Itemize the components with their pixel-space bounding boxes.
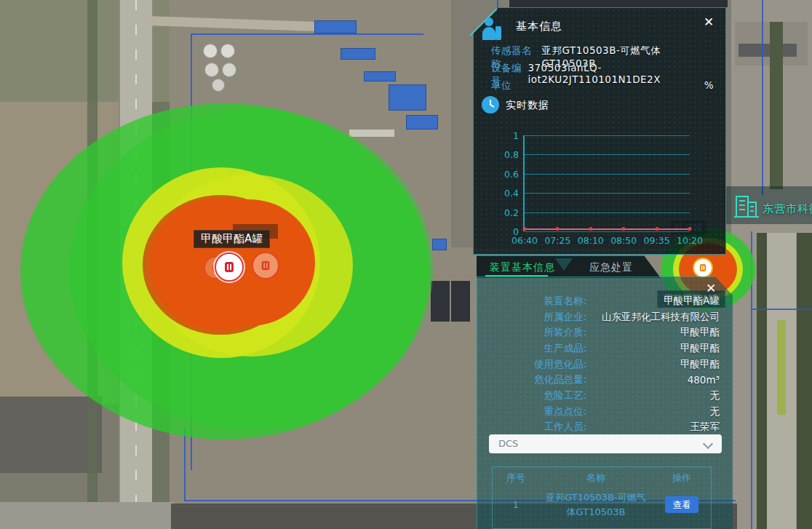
field-value: 无	[586, 389, 720, 402]
field-label: 单位	[491, 79, 512, 92]
x-tick-label: 06:40	[512, 235, 538, 246]
field-label: 所属企业:	[477, 311, 586, 324]
building	[739, 44, 797, 57]
data-point	[622, 227, 626, 231]
boundary-line	[184, 428, 186, 501]
column-header: 名称	[539, 467, 653, 488]
chart-plot-area: 1 0.8 0.6 0.4 0.2 0 06:40 07:25 08:10 08…	[523, 135, 690, 231]
gridline	[525, 231, 690, 232]
x-tick-label: 07:25	[544, 235, 570, 246]
tank-icon	[259, 259, 272, 272]
field-row: 所装介质:甲酸甲酯	[477, 325, 733, 341]
chevron-down-icon	[703, 439, 713, 449]
table-header-row: 序号 名称 操作	[493, 467, 711, 488]
field-value: 山东亚邦化工科技有限公司	[586, 311, 720, 324]
storage-tank	[204, 63, 219, 77]
field-label: 危险工艺:	[477, 389, 586, 402]
x-tick-label: 10:20	[677, 235, 703, 246]
tank-marker-icon[interactable]	[693, 258, 713, 278]
field-label: 危化品总量:	[477, 373, 586, 386]
field-value: 无	[586, 405, 720, 418]
storage-tank	[220, 44, 235, 58]
tank-icon	[698, 263, 708, 273]
tab-separator	[555, 258, 573, 271]
table-row: 1 亚邦GT10503B-可燃气体GT10503B 查看	[493, 488, 711, 528]
tree-row	[797, 233, 812, 529]
field-value: 王荣军	[586, 421, 720, 434]
field-label: 重点点位:	[477, 405, 586, 418]
building	[406, 115, 438, 130]
basic-info-panel: 基本信息 ✕ 传感器名称 亚邦GT10503B-可燃气体GT10503B 设备编…	[473, 7, 726, 255]
tank-marker-icon[interactable]	[215, 252, 244, 282]
y-tick-label: 0.2	[490, 207, 519, 218]
building	[389, 84, 426, 111]
field-label: 生产成品:	[477, 342, 586, 355]
gridline	[525, 135, 690, 136]
tree-row	[770, 22, 783, 189]
enterprise-label[interactable]: 东营市科德化	[763, 202, 812, 216]
warehouse	[451, 281, 470, 322]
tank-marker-ghost-icon	[252, 252, 279, 279]
data-point	[523, 227, 527, 231]
cell-action: 查看	[653, 490, 711, 520]
hazard-ring-severe	[184, 199, 315, 326]
cell-no: 1	[493, 490, 539, 520]
gridline	[525, 154, 690, 155]
view-button[interactable]: 查看	[665, 496, 698, 513]
field-row: 所属企业:山东亚邦化工科技有限公司	[477, 309, 733, 325]
tank-icon	[222, 260, 236, 274]
x-tick-label: 08:50	[610, 235, 637, 246]
tab-emergency-response[interactable]: 应急处置	[589, 261, 633, 274]
data-point	[556, 227, 560, 231]
gridline	[525, 212, 690, 213]
storage-tank	[222, 63, 236, 77]
panel-title: 基本信息	[516, 20, 562, 33]
data-point	[589, 227, 592, 231]
device-fields: 装置名称:甲酸甲酯A罐 所属企业:山东亚邦化工科技有限公司 所装介质:甲酸甲酯 …	[477, 293, 733, 435]
x-tick-label: 08:10	[578, 235, 604, 246]
field-value: %	[704, 79, 714, 92]
field-label: 工作人员:	[477, 421, 586, 434]
app-screen: 甲酸甲酯A罐 醇储罐 甲酸甲酯A罐 东营市科德化 基本信息 ✕ 传感器名称 亚邦…	[0, 0, 812, 529]
close-icon[interactable]: ✕	[701, 14, 717, 30]
field-row: 使用危化品:甲酸甲酯	[477, 357, 733, 373]
active-tab-underline	[485, 275, 548, 277]
boundary-line	[762, 0, 763, 195]
sensor-table: 序号 名称 操作 1 亚邦GT10503B-可燃气体GT10503B 查看	[492, 466, 712, 529]
y-tick-label: 0.6	[490, 168, 519, 179]
terrain-patch	[0, 397, 102, 473]
device-panel-tabbar: 装置基本信息 应急处置	[477, 255, 661, 278]
gridline	[525, 174, 690, 175]
storage-tank	[203, 44, 218, 58]
data-point	[655, 227, 658, 231]
storage-tank	[212, 79, 225, 92]
y-tick-label: 0.4	[490, 188, 519, 199]
device-info-panel: ✕ 装置名称:甲酸甲酯A罐 所属企业:山东亚邦化工科技有限公司 所装介质:甲酸甲…	[477, 277, 734, 529]
gridline	[525, 193, 690, 194]
dcs-select[interactable]: DCS	[489, 434, 722, 453]
road-horizontal	[0, 502, 175, 529]
field-row: 危化品总量:480m³	[477, 372, 733, 388]
road-median	[777, 320, 786, 415]
y-tick-label: 0.8	[490, 149, 519, 160]
field-label: 使用危化品:	[477, 358, 586, 371]
field-row: 工作人员:王荣军	[477, 420, 733, 436]
building	[432, 239, 447, 250]
field-row: 危险工艺:无	[477, 388, 733, 404]
field-row: 重点点位:无	[477, 404, 733, 420]
building	[509, 0, 728, 7]
building	[314, 20, 357, 33]
column-header: 操作	[653, 467, 711, 488]
warehouse	[431, 281, 450, 322]
realtime-chart: 1 0.8 0.6 0.4 0.2 0 06:40 07:25 08:10 08…	[487, 124, 712, 247]
field-value: 480m³	[586, 374, 720, 386]
realtime-title: 实时数据	[506, 99, 549, 112]
column-header: 序号	[493, 467, 539, 488]
field-value: 甲酸甲酯A罐	[586, 295, 720, 308]
boundary-line	[751, 309, 812, 310]
y-tick-label: 1	[490, 130, 519, 141]
building	[341, 48, 375, 60]
x-tick-label: 09:35	[644, 235, 670, 246]
tab-device-basic-info[interactable]: 装置基本信息	[490, 261, 555, 274]
building	[364, 71, 396, 81]
